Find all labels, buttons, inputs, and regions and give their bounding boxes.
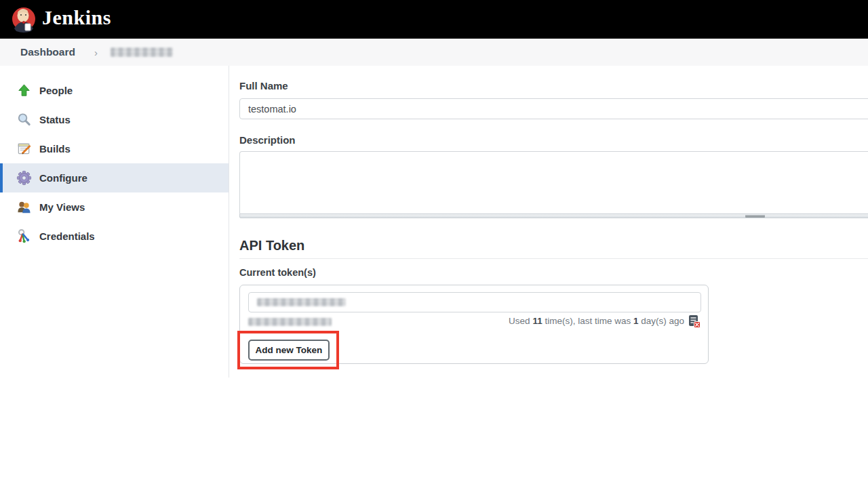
token-usage-text: Used 11 time(s), last time was 1 day(s) … (509, 316, 684, 326)
sidebar-item-label: Credentials (39, 230, 95, 242)
resize-grip-icon (745, 215, 765, 218)
sidebar-item-label: Status (39, 114, 71, 125)
sidebar-item-builds[interactable]: Builds (0, 134, 229, 163)
breadcrumb-dashboard-link[interactable]: Dashboard (20, 46, 75, 58)
notepad-icon (16, 141, 32, 157)
people-icon (16, 83, 32, 98)
api-token-heading: API Token (239, 238, 304, 253)
description-textarea[interactable] (239, 151, 868, 214)
token-card: Used 11 time(s), last time was 1 day(s) … (239, 285, 709, 364)
gear-icon (16, 170, 32, 186)
sidebar-item-label: My Views (39, 201, 85, 213)
full-name-input[interactable] (239, 98, 868, 119)
key-ring-icon (16, 228, 32, 244)
textarea-resize-handle[interactable] (239, 214, 868, 218)
sidebar-item-credentials[interactable]: Credentials (0, 222, 229, 251)
add-new-token-button[interactable]: Add new Token (248, 340, 330, 361)
token-name-redacted (257, 298, 346, 306)
token-created-redacted (248, 318, 332, 326)
sidebar-item-status[interactable]: Status (0, 105, 229, 134)
app-title[interactable]: Jenkins (42, 6, 111, 29)
top-header-bar: Jenkins (0, 0, 868, 39)
section-divider (239, 258, 868, 259)
description-label: Description (239, 134, 296, 146)
revoke-token-icon[interactable] (688, 314, 701, 328)
sidebar-item-label: People (39, 85, 73, 96)
current-tokens-label: Current token(s) (239, 267, 316, 278)
breadcrumb-item-redacted[interactable] (111, 47, 173, 57)
breadcrumb: Dashboard › (0, 39, 868, 66)
two-people-icon (16, 199, 32, 215)
full-name-label: Full Name (239, 80, 288, 92)
jenkins-configure-page: Jenkins Dashboard › People Status (0, 0, 868, 488)
breadcrumb-chevron-icon: › (94, 47, 98, 58)
search-icon (16, 112, 32, 127)
token-name-input-wrap (248, 292, 701, 312)
sidebar-nav: People Status Builds (0, 66, 229, 378)
jenkins-butler-logo-icon[interactable] (9, 4, 39, 34)
sidebar-item-my-views[interactable]: My Views (0, 192, 229, 222)
sidebar-item-label: Builds (39, 143, 71, 155)
sidebar-item-people[interactable]: People (0, 76, 229, 105)
sidebar-item-configure[interactable]: Configure (0, 163, 229, 192)
sidebar-item-label: Configure (39, 172, 87, 184)
